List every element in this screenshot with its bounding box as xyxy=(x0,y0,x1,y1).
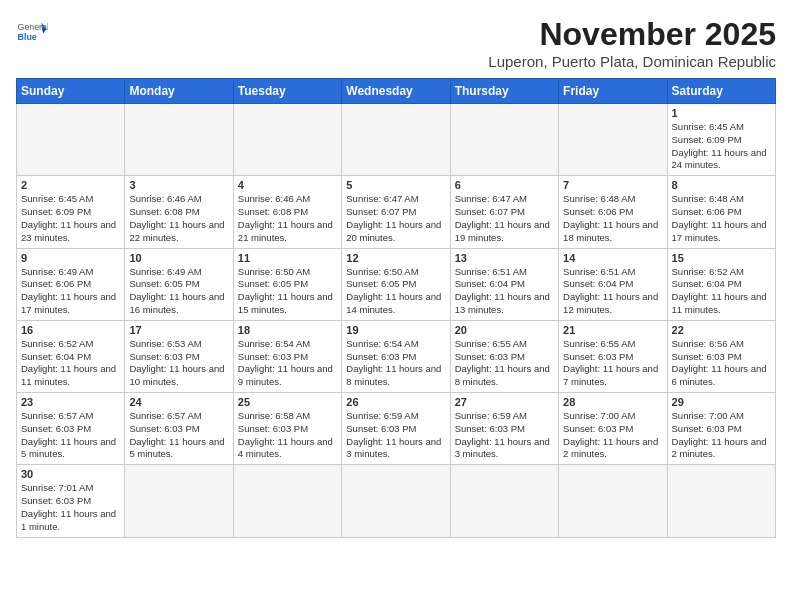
day-number: 26 xyxy=(346,396,445,408)
day-info: Sunrise: 7:01 AM Sunset: 6:03 PM Dayligh… xyxy=(21,482,120,533)
calendar-day-cell xyxy=(125,465,233,537)
day-number: 10 xyxy=(129,252,228,264)
calendar-day-cell: 27Sunrise: 6:59 AM Sunset: 6:03 PM Dayli… xyxy=(450,393,558,465)
calendar-day-header: Thursday xyxy=(450,79,558,104)
day-number: 11 xyxy=(238,252,337,264)
day-number: 29 xyxy=(672,396,771,408)
calendar-day-cell: 22Sunrise: 6:56 AM Sunset: 6:03 PM Dayli… xyxy=(667,320,775,392)
day-info: Sunrise: 6:54 AM Sunset: 6:03 PM Dayligh… xyxy=(238,338,337,389)
calendar-day-cell: 14Sunrise: 6:51 AM Sunset: 6:04 PM Dayli… xyxy=(559,248,667,320)
calendar-day-cell: 12Sunrise: 6:50 AM Sunset: 6:05 PM Dayli… xyxy=(342,248,450,320)
day-info: Sunrise: 6:52 AM Sunset: 6:04 PM Dayligh… xyxy=(672,266,771,317)
calendar-day-cell: 13Sunrise: 6:51 AM Sunset: 6:04 PM Dayli… xyxy=(450,248,558,320)
day-number: 4 xyxy=(238,179,337,191)
day-number: 2 xyxy=(21,179,120,191)
day-number: 21 xyxy=(563,324,662,336)
calendar-day-cell: 6Sunrise: 6:47 AM Sunset: 6:07 PM Daylig… xyxy=(450,176,558,248)
location-title: Luperon, Puerto Plata, Dominican Republi… xyxy=(488,53,776,70)
calendar-week-row: 23Sunrise: 6:57 AM Sunset: 6:03 PM Dayli… xyxy=(17,393,776,465)
logo: General Blue xyxy=(16,16,48,48)
day-info: Sunrise: 6:55 AM Sunset: 6:03 PM Dayligh… xyxy=(563,338,662,389)
day-number: 22 xyxy=(672,324,771,336)
month-title: November 2025 xyxy=(488,16,776,53)
calendar-day-cell xyxy=(17,104,125,176)
day-number: 25 xyxy=(238,396,337,408)
calendar-day-cell: 5Sunrise: 6:47 AM Sunset: 6:07 PM Daylig… xyxy=(342,176,450,248)
calendar-day-cell xyxy=(233,104,341,176)
day-info: Sunrise: 6:45 AM Sunset: 6:09 PM Dayligh… xyxy=(672,121,771,172)
day-info: Sunrise: 6:57 AM Sunset: 6:03 PM Dayligh… xyxy=(21,410,120,461)
day-info: Sunrise: 6:45 AM Sunset: 6:09 PM Dayligh… xyxy=(21,193,120,244)
day-number: 28 xyxy=(563,396,662,408)
day-info: Sunrise: 6:58 AM Sunset: 6:03 PM Dayligh… xyxy=(238,410,337,461)
day-info: Sunrise: 6:49 AM Sunset: 6:06 PM Dayligh… xyxy=(21,266,120,317)
calendar-day-header: Saturday xyxy=(667,79,775,104)
calendar-day-cell: 3Sunrise: 6:46 AM Sunset: 6:08 PM Daylig… xyxy=(125,176,233,248)
day-info: Sunrise: 6:47 AM Sunset: 6:07 PM Dayligh… xyxy=(455,193,554,244)
calendar-day-cell: 7Sunrise: 6:48 AM Sunset: 6:06 PM Daylig… xyxy=(559,176,667,248)
calendar-day-header: Sunday xyxy=(17,79,125,104)
day-info: Sunrise: 6:53 AM Sunset: 6:03 PM Dayligh… xyxy=(129,338,228,389)
day-info: Sunrise: 6:49 AM Sunset: 6:05 PM Dayligh… xyxy=(129,266,228,317)
calendar-day-cell: 16Sunrise: 6:52 AM Sunset: 6:04 PM Dayli… xyxy=(17,320,125,392)
day-number: 18 xyxy=(238,324,337,336)
calendar-week-row: 9Sunrise: 6:49 AM Sunset: 6:06 PM Daylig… xyxy=(17,248,776,320)
day-info: Sunrise: 6:50 AM Sunset: 6:05 PM Dayligh… xyxy=(238,266,337,317)
calendar-day-cell: 20Sunrise: 6:55 AM Sunset: 6:03 PM Dayli… xyxy=(450,320,558,392)
calendar-day-cell: 26Sunrise: 6:59 AM Sunset: 6:03 PM Dayli… xyxy=(342,393,450,465)
day-info: Sunrise: 6:51 AM Sunset: 6:04 PM Dayligh… xyxy=(455,266,554,317)
calendar-week-row: 2Sunrise: 6:45 AM Sunset: 6:09 PM Daylig… xyxy=(17,176,776,248)
calendar-day-header: Monday xyxy=(125,79,233,104)
day-number: 15 xyxy=(672,252,771,264)
day-info: Sunrise: 6:54 AM Sunset: 6:03 PM Dayligh… xyxy=(346,338,445,389)
day-number: 20 xyxy=(455,324,554,336)
logo-icon: General Blue xyxy=(16,16,48,48)
day-number: 6 xyxy=(455,179,554,191)
day-info: Sunrise: 6:55 AM Sunset: 6:03 PM Dayligh… xyxy=(455,338,554,389)
day-number: 19 xyxy=(346,324,445,336)
day-info: Sunrise: 6:48 AM Sunset: 6:06 PM Dayligh… xyxy=(672,193,771,244)
title-section: November 2025 Luperon, Puerto Plata, Dom… xyxy=(488,16,776,70)
calendar-day-cell xyxy=(342,465,450,537)
calendar-day-cell: 24Sunrise: 6:57 AM Sunset: 6:03 PM Dayli… xyxy=(125,393,233,465)
calendar-day-header: Wednesday xyxy=(342,79,450,104)
day-number: 30 xyxy=(21,468,120,480)
day-number: 3 xyxy=(129,179,228,191)
calendar-day-cell: 19Sunrise: 6:54 AM Sunset: 6:03 PM Dayli… xyxy=(342,320,450,392)
day-info: Sunrise: 6:50 AM Sunset: 6:05 PM Dayligh… xyxy=(346,266,445,317)
calendar-day-cell: 4Sunrise: 6:46 AM Sunset: 6:08 PM Daylig… xyxy=(233,176,341,248)
day-number: 13 xyxy=(455,252,554,264)
day-number: 8 xyxy=(672,179,771,191)
calendar-day-cell: 30Sunrise: 7:01 AM Sunset: 6:03 PM Dayli… xyxy=(17,465,125,537)
day-info: Sunrise: 6:52 AM Sunset: 6:04 PM Dayligh… xyxy=(21,338,120,389)
day-number: 12 xyxy=(346,252,445,264)
calendar-day-cell: 18Sunrise: 6:54 AM Sunset: 6:03 PM Dayli… xyxy=(233,320,341,392)
day-info: Sunrise: 7:00 AM Sunset: 6:03 PM Dayligh… xyxy=(672,410,771,461)
day-info: Sunrise: 6:56 AM Sunset: 6:03 PM Dayligh… xyxy=(672,338,771,389)
calendar-day-cell: 23Sunrise: 6:57 AM Sunset: 6:03 PM Dayli… xyxy=(17,393,125,465)
calendar-day-cell: 2Sunrise: 6:45 AM Sunset: 6:09 PM Daylig… xyxy=(17,176,125,248)
calendar-day-cell: 17Sunrise: 6:53 AM Sunset: 6:03 PM Dayli… xyxy=(125,320,233,392)
day-info: Sunrise: 6:46 AM Sunset: 6:08 PM Dayligh… xyxy=(238,193,337,244)
calendar-week-row: 16Sunrise: 6:52 AM Sunset: 6:04 PM Dayli… xyxy=(17,320,776,392)
calendar-day-cell: 29Sunrise: 7:00 AM Sunset: 6:03 PM Dayli… xyxy=(667,393,775,465)
calendar-day-cell: 8Sunrise: 6:48 AM Sunset: 6:06 PM Daylig… xyxy=(667,176,775,248)
calendar-day-cell: 1Sunrise: 6:45 AM Sunset: 6:09 PM Daylig… xyxy=(667,104,775,176)
calendar-day-cell xyxy=(559,465,667,537)
calendar-header-row: SundayMondayTuesdayWednesdayThursdayFrid… xyxy=(17,79,776,104)
day-info: Sunrise: 6:46 AM Sunset: 6:08 PM Dayligh… xyxy=(129,193,228,244)
calendar-day-cell xyxy=(559,104,667,176)
calendar-day-cell xyxy=(342,104,450,176)
day-number: 9 xyxy=(21,252,120,264)
calendar-day-cell: 25Sunrise: 6:58 AM Sunset: 6:03 PM Dayli… xyxy=(233,393,341,465)
day-number: 7 xyxy=(563,179,662,191)
calendar-day-cell: 10Sunrise: 6:49 AM Sunset: 6:05 PM Dayli… xyxy=(125,248,233,320)
calendar-day-cell: 11Sunrise: 6:50 AM Sunset: 6:05 PM Dayli… xyxy=(233,248,341,320)
day-number: 14 xyxy=(563,252,662,264)
day-number: 16 xyxy=(21,324,120,336)
calendar-day-cell xyxy=(450,465,558,537)
day-info: Sunrise: 6:57 AM Sunset: 6:03 PM Dayligh… xyxy=(129,410,228,461)
day-number: 27 xyxy=(455,396,554,408)
calendar-day-cell xyxy=(233,465,341,537)
day-number: 23 xyxy=(21,396,120,408)
